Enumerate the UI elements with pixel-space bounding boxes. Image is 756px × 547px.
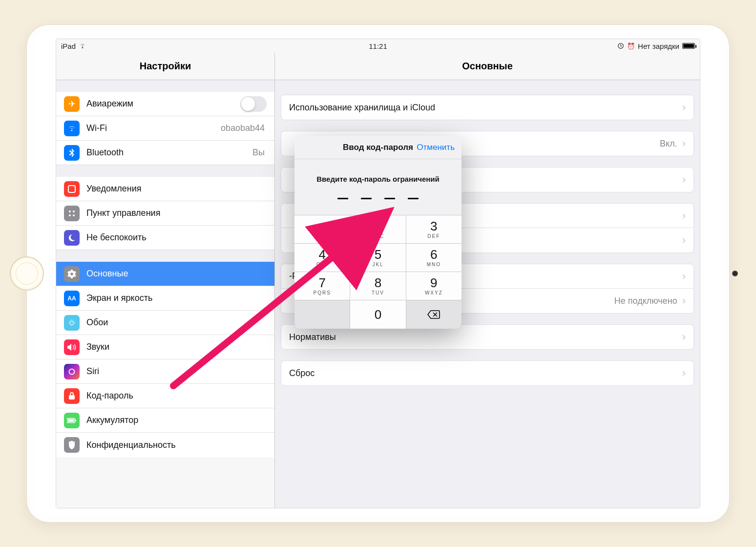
control-center-icon: [64, 206, 80, 221]
key-5[interactable]: 5JKL: [350, 244, 406, 272]
svg-point-4: [73, 214, 75, 216]
detail-row-reset[interactable]: Сброс ›: [281, 361, 693, 385]
gear-icon: [64, 266, 80, 282]
svg-point-6: [69, 319, 75, 326]
svg-point-2: [73, 210, 75, 212]
sidebar-item-sounds[interactable]: Звуки: [56, 335, 274, 359]
modal-prompt: Введите код-пароль ограничений: [294, 159, 462, 189]
sidebar-item-display[interactable]: AA Экран и яркость: [56, 286, 274, 311]
svg-point-5: [70, 321, 73, 324]
sidebar-item-battery[interactable]: Аккумулятор: [56, 408, 274, 433]
front-camera: [732, 271, 738, 276]
sidebar-item-airplane[interactable]: ✈︎ Авиарежим: [56, 92, 274, 116]
key-0[interactable]: 0: [350, 300, 406, 329]
svg-point-1: [69, 210, 71, 212]
pin-entry: [294, 189, 462, 215]
battery-row-icon: [64, 413, 80, 428]
modal-title: Ввод код-пароля: [343, 143, 413, 152]
key-1[interactable]: 1: [294, 215, 350, 244]
key-9[interactable]: 9WXYZ: [406, 272, 462, 300]
dnd-icon: [64, 230, 80, 246]
screen: iPad 11:21 ⏰ Нет зарядки Настройки ✈︎: [56, 39, 700, 508]
pin-dash: [384, 198, 395, 199]
detail-row-storage[interactable]: Использование хранилища и iCloud ›: [281, 95, 693, 120]
detail-title: Основные: [275, 53, 700, 80]
status-bar: iPad 11:21 ⏰ Нет зарядки: [56, 39, 700, 53]
svg-rect-11: [68, 419, 74, 421]
display-icon: AA: [64, 291, 80, 306]
chevron-right-icon: ›: [682, 271, 686, 282]
svg-rect-8: [69, 395, 75, 400]
key-8[interactable]: 8TUV: [350, 272, 406, 300]
chevron-right-icon: ›: [682, 102, 686, 113]
ipad-frame: iPad 11:21 ⏰ Нет зарядки Настройки ✈︎: [26, 24, 730, 523]
sidebar-item-notifications[interactable]: Уведомления: [56, 177, 274, 201]
key-4[interactable]: 4GHI: [294, 244, 350, 272]
sidebar-item-wallpaper[interactable]: Обои: [56, 311, 274, 335]
airplane-toggle[interactable]: [240, 96, 267, 112]
key-7[interactable]: 7PQRS: [294, 272, 350, 300]
wifi-row-icon: [64, 121, 80, 136]
key-backspace[interactable]: [406, 300, 462, 329]
charging-label: Нет зарядки: [638, 42, 679, 50]
wifi-icon: [79, 43, 86, 49]
key-2[interactable]: 2ABC: [350, 215, 406, 244]
sidebar-item-control-center[interactable]: Пункт управления: [56, 201, 274, 226]
orientation-lock-icon: [617, 42, 624, 49]
wallpaper-icon: [64, 315, 80, 331]
key-blank: [294, 300, 350, 329]
airplane-icon: ✈︎: [64, 96, 80, 112]
bluetooth-icon: [64, 145, 80, 161]
privacy-icon: [64, 437, 80, 453]
svg-point-7: [69, 369, 75, 374]
sidebar-item-siri[interactable]: Siri: [56, 359, 274, 384]
clock: 11:21: [369, 42, 387, 50]
sidebar-item-privacy[interactable]: Конфиденциальность: [56, 433, 274, 457]
chevron-right-icon: ›: [682, 332, 686, 342]
siri-icon: [64, 364, 80, 379]
sounds-icon: [64, 339, 80, 355]
alarm-icon: ⏰: [627, 42, 635, 50]
pin-dash: [408, 198, 419, 199]
notifications-icon: [64, 181, 80, 197]
passcode-modal: Ввод код-пароля Отменить Введите код-пар…: [294, 136, 462, 329]
pin-dash: [361, 198, 372, 199]
key-3[interactable]: 3DEF: [406, 215, 462, 244]
battery-icon: [682, 43, 695, 49]
sidebar-title: Настройки: [56, 53, 274, 80]
svg-point-3: [69, 214, 71, 216]
detail-group-7: Сброс ›: [281, 360, 694, 386]
backspace-icon: [427, 310, 440, 319]
chevron-right-icon: ›: [682, 210, 686, 221]
keypad: 1 2ABC 3DEF 4GHI 5JKL 6MNO 7PQRS 8TUV 9W…: [294, 215, 462, 329]
chevron-right-icon: ›: [682, 138, 686, 149]
lock-icon: [64, 388, 80, 404]
chevron-right-icon: ›: [682, 295, 686, 306]
home-button[interactable]: [10, 256, 44, 291]
key-6[interactable]: 6MNO: [406, 244, 462, 272]
sidebar-item-bluetooth[interactable]: Bluetooth Вы: [56, 141, 274, 165]
sidebar-item-general[interactable]: Основные: [56, 262, 274, 286]
sidebar-item-dnd[interactable]: Не беспокоить: [56, 226, 274, 250]
chevron-right-icon: ›: [682, 174, 686, 185]
detail-group-1: Использование хранилища и iCloud ›: [281, 95, 694, 120]
pin-dash: [337, 198, 348, 199]
sidebar-item-wifi[interactable]: Wi-Fi obaobab44: [56, 116, 274, 141]
device-label: iPad: [61, 42, 76, 50]
chevron-right-icon: ›: [682, 235, 686, 246]
svg-rect-10: [75, 420, 76, 421]
settings-sidebar: Настройки ✈︎ Авиарежим Wi-Fi obaob: [56, 53, 275, 508]
cancel-button[interactable]: Отменить: [417, 143, 455, 152]
chevron-right-icon: ›: [682, 368, 686, 379]
sidebar-item-passcode[interactable]: Код-пароль: [56, 384, 274, 408]
